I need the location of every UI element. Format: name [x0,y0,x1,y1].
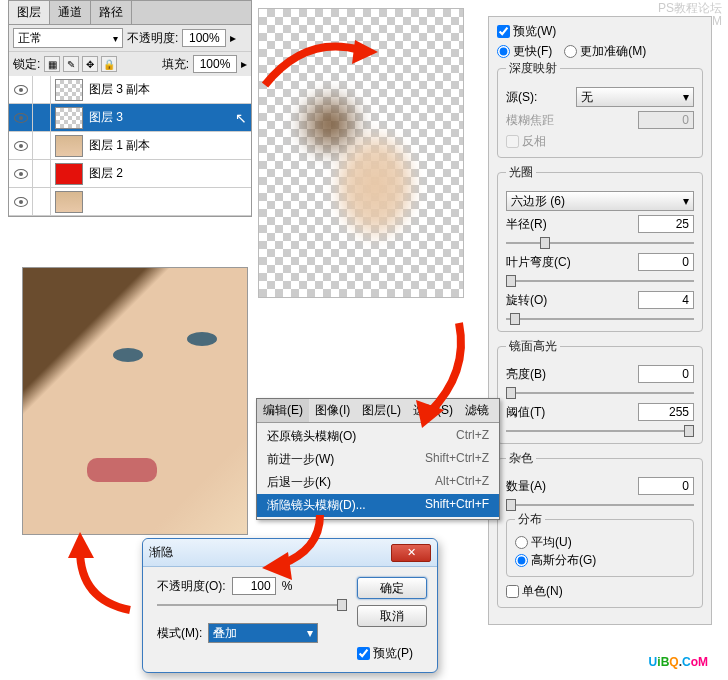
opacity-input[interactable]: 100% [182,29,226,47]
chevron-down-icon: ▾ [307,626,313,640]
threshold-slider[interactable] [506,425,694,437]
uniform-radio[interactable]: 平均(U) [515,534,572,551]
preview-checkbox[interactable]: 预览(W) [497,23,556,40]
fill-input[interactable]: 100% [193,55,237,73]
fade-opacity-label: 不透明度(O): [157,578,226,595]
layer-row-selected[interactable]: 图层 3 ↖ [9,104,251,132]
faster-radio[interactable]: 更快(F) [497,43,552,60]
visibility-icon[interactable] [14,197,28,207]
lock-label: 锁定: [13,56,40,73]
result-image [22,267,248,535]
blur-focal-input: 0 [638,111,694,129]
tab-channels[interactable]: 通道 [50,1,91,24]
menu-item-step-forward[interactable]: 前进一步(W)Shift+Ctrl+Z [257,448,499,471]
svg-marker-3 [68,532,94,558]
fade-opacity-input[interactable]: 100 [232,577,276,595]
layer-row[interactable] [9,188,251,216]
close-button[interactable]: ✕ [391,544,431,562]
layers-panel: 图层 通道 路径 正常 ▾ 不透明度: 100% ▸ 锁定: ▦ ✎ ✥ 🔒 填… [8,0,252,217]
menu-edit[interactable]: 编辑(E) [257,399,309,422]
layer-name: 图层 3 [89,109,229,126]
layer-thumbnail [55,135,83,157]
menu-item-step-back[interactable]: 后退一步(K)Alt+Ctrl+Z [257,471,499,494]
rotation-slider[interactable] [506,313,694,325]
amount-slider[interactable] [506,499,694,511]
chevron-icon[interactable]: ▸ [230,31,236,45]
dialog-title: 渐隐 [149,544,173,561]
brightness-slider[interactable] [506,387,694,399]
menu-image[interactable]: 图像(I) [309,399,356,422]
tab-paths[interactable]: 路径 [91,1,132,24]
layer-name: 图层 1 副本 [89,137,247,154]
curvature-label: 叶片弯度(C) [506,254,576,271]
menu-item-undo[interactable]: 还原镜头模糊(O)Ctrl+Z [257,425,499,448]
layer-thumbnail [55,163,83,185]
menu-filter[interactable]: 滤镜 [459,399,495,422]
menu-layer[interactable]: 图层(L) [356,399,407,422]
blend-mode-value: 正常 [18,30,42,47]
fade-preview-checkbox[interactable]: 预览(P) [357,645,427,662]
chevron-down-icon: ▾ [113,33,118,44]
rotation-input[interactable]: 4 [638,291,694,309]
lens-blur-options-panel: 预览(W) 更快(F) 更加准确(M) 深度映射 源(S): 无▾ 模糊焦距 0… [488,16,712,625]
amount-input[interactable]: 0 [638,477,694,495]
brightness-label: 亮度(B) [506,366,576,383]
menu-bar: 编辑(E) 图像(I) 图层(L) 选择(S) 滤镜 [257,399,499,423]
watermark-bottom-right: UiBQ.CoM [649,646,708,672]
iris-group: 光圈 六边形 (6)▾ 半径(R)25 叶片弯度(C)0 旋转(O)4 [497,164,703,332]
source-label: 源(S): [506,89,576,106]
edit-menu-dropdown: 编辑(E) 图像(I) 图层(L) 选择(S) 滤镜 还原镜头模糊(O)Ctrl… [256,398,500,520]
rotation-label: 旋转(O) [506,292,576,309]
invert-checkbox: 反相 [506,133,546,150]
opacity-label: 不透明度: [127,30,178,47]
visibility-icon[interactable] [14,113,28,123]
layer-thumbnail [55,191,83,213]
layer-row[interactable]: 图层 3 副本 [9,76,251,104]
lock-transparency-icon[interactable]: ▦ [44,56,60,72]
gaussian-radio[interactable]: 高斯分布(G) [515,552,596,569]
layer-name: 图层 3 副本 [89,81,247,98]
cancel-button[interactable]: 取消 [357,605,427,627]
layer-thumbnail [55,107,83,129]
blend-mode-dropdown[interactable]: 正常 ▾ [13,28,123,48]
chevron-down-icon: ▾ [683,194,689,208]
menu-item-fade[interactable]: 渐隐镜头模糊(D)...Shift+Ctrl+F [257,494,499,517]
lock-position-icon[interactable]: ✥ [82,56,98,72]
source-select[interactable]: 无▾ [576,87,694,107]
fade-opacity-slider[interactable] [157,599,347,611]
mode-label: 模式(M): [157,625,202,642]
radius-slider[interactable] [506,237,694,249]
accurate-radio[interactable]: 更加准确(M) [564,43,646,60]
layer-name: 图层 2 [89,165,247,182]
tab-layers[interactable]: 图层 [9,1,50,24]
curvature-slider[interactable] [506,275,694,287]
radius-input[interactable]: 25 [638,215,694,233]
mode-select[interactable]: 叠加▾ [208,623,318,643]
arrow-icon [60,530,150,623]
panel-tabs: 图层 通道 路径 [9,1,251,25]
fade-dialog: 渐隐 ✕ 不透明度(O): 100 % 模式(M): 叠加▾ 确定 取消 预览(… [142,538,438,673]
monochrome-checkbox[interactable]: 单色(N) [506,583,563,600]
lock-paint-icon[interactable]: ✎ [63,56,79,72]
chevron-icon[interactable]: ▸ [241,57,247,71]
visibility-icon[interactable] [14,85,28,95]
lock-all-icon[interactable]: 🔒 [101,56,117,72]
blur-focal-label: 模糊焦距 [506,112,576,129]
canvas-blurred-preview [258,8,464,298]
visibility-icon[interactable] [14,169,28,179]
radius-label: 半径(R) [506,216,576,233]
visibility-icon[interactable] [14,141,28,151]
ok-button[interactable]: 确定 [357,577,427,599]
noise-group: 杂色 数量(A)0 分布 平均(U) 高斯分布(G) 单色(N) [497,450,703,608]
dialog-titlebar[interactable]: 渐隐 ✕ [143,539,437,567]
shape-select[interactable]: 六边形 (6)▾ [506,191,694,211]
amount-label: 数量(A) [506,478,576,495]
brightness-input[interactable]: 0 [638,365,694,383]
cursor-icon: ↖ [235,110,247,126]
layer-row[interactable]: 图层 2 [9,160,251,188]
depth-map-group: 深度映射 源(S): 无▾ 模糊焦距 0 反相 [497,60,703,158]
threshold-input[interactable]: 255 [638,403,694,421]
layer-row[interactable]: 图层 1 副本 [9,132,251,160]
menu-select[interactable]: 选择(S) [407,399,459,422]
curvature-input[interactable]: 0 [638,253,694,271]
